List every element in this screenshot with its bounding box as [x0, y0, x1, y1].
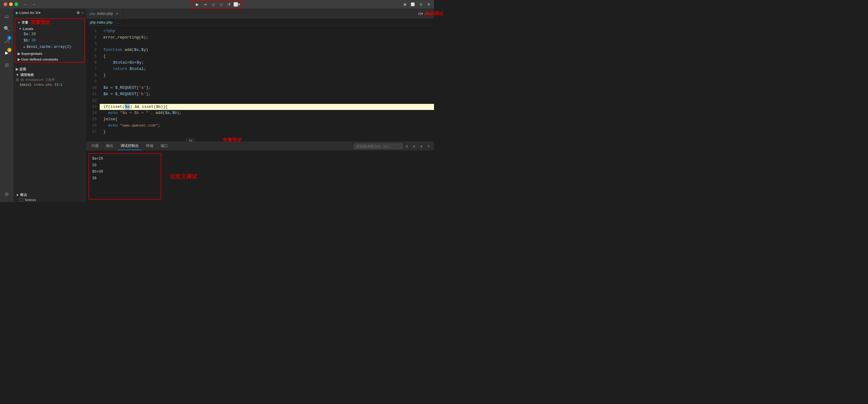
tab-bar: php index.php × ⊟▾ ⤢ ···: [86, 8, 434, 19]
var-b-value: 30: [32, 38, 36, 44]
traffic-lights: [0, 2, 18, 6]
panel-close-icon[interactable]: ×: [426, 143, 432, 149]
superglobals-item[interactable]: ▶ Superglobals: [15, 51, 84, 56]
debug-step-out-button[interactable]: ↑⃝: [218, 1, 224, 7]
debug-toolbar: ▶ ⇒ ↓⃝ ↑⃝ ↺ ⬜▾: [191, 0, 243, 8]
activity-source-control[interactable]: ⎇ 8: [1, 35, 12, 46]
variables-preview-label: 变量预览: [31, 20, 50, 26]
debug-continue-button[interactable]: ▶: [194, 1, 200, 7]
var-a-name: $a:: [24, 32, 30, 37]
panel-tabs: 问题 输出 调试控制台 终端 端口 ≡ ∧ ∨ ×: [86, 142, 434, 151]
callstack-label: 调用堆栈: [20, 73, 34, 77]
layout-button-4[interactable]: ⊞: [426, 2, 432, 7]
activity-settings[interactable]: ⚙: [1, 189, 12, 200]
filter-chevron-up-icon[interactable]: ∧: [411, 143, 417, 149]
line-13: ▶ 13: [86, 104, 97, 110]
activity-run-debug[interactable]: ▶ 1: [1, 47, 12, 58]
callstack-line: 13:1: [54, 83, 62, 87]
maximize-panel-icon[interactable]: ⤢: [424, 11, 427, 16]
split-editor-icon[interactable]: ⊟▾: [418, 11, 423, 16]
code-editor: 1 2 3 4 5 6 7 8 9 10 11 12 ▶ 13 14: [86, 26, 434, 141]
activity-search[interactable]: 🔍: [1, 23, 12, 34]
panel-tab-ports[interactable]: 端口: [158, 142, 171, 150]
panel-tab-problems[interactable]: 问题: [89, 142, 102, 150]
watch-section[interactable]: ▶ 监视: [13, 66, 86, 72]
close-button[interactable]: [4, 2, 7, 6]
titlebar-right-buttons: ▣ ⬜ ⊟ ⊞: [402, 2, 432, 7]
filter-input[interactable]: [354, 143, 402, 149]
minimize-button[interactable]: [9, 2, 13, 6]
panel-tab-output[interactable]: 输出: [103, 142, 116, 150]
run-listen-button[interactable]: ▶ Listen for Xi▾: [16, 11, 41, 15]
breadcrumb-location: ...: [116, 20, 119, 25]
line-12: 12: [86, 98, 97, 104]
callstack-pause-icon: 因: [16, 78, 19, 81]
code-line-10: $a = $_REQUEST['a'];: [100, 85, 434, 91]
run-debug-badge: 1: [7, 48, 11, 52]
callstack-info-text: 因 breakpoint 已暂停: [21, 78, 55, 81]
tab-label: index.php: [97, 11, 113, 16]
chevron-down-icon: ▼: [18, 21, 20, 24]
line-9: 9: [86, 78, 97, 85]
activity-extensions[interactable]: ⊞: [1, 59, 12, 70]
callstack-section: ▼ 调用堆栈 因 因 breakpoint 已暂停 {main} index.p…: [13, 72, 86, 87]
variables-label: 变量: [22, 20, 28, 25]
tab-close-button[interactable]: ×: [115, 11, 119, 16]
var-eval-value: array(2): [54, 44, 71, 50]
code-line-14: echo "$a + $b = " . add($a,$b);: [100, 110, 434, 116]
callstack-file: index.php: [34, 83, 52, 87]
bp-checkbox[interactable]: [20, 198, 23, 202]
callstack-header[interactable]: ▼ 调用堆栈: [13, 72, 86, 78]
more-editor-icon[interactable]: ···: [429, 11, 432, 16]
callstack-item[interactable]: {main} index.php 13:1: [13, 82, 86, 87]
code-line-15: }else{: [100, 116, 434, 123]
debug-step-into-button[interactable]: ↓⃝: [210, 1, 216, 7]
breakpoints-label: 断点: [20, 193, 27, 197]
tab-php[interactable]: php index.php ×: [86, 8, 123, 19]
filter-chevron-down-icon[interactable]: ∨: [418, 143, 424, 149]
activity-explorer[interactable]: 🗂: [1, 11, 12, 22]
line-16: 16: [86, 123, 97, 129]
var-eval-item[interactable]: ▶ $eval_cache: array(2): [18, 44, 84, 50]
line-2: 2: [86, 35, 97, 41]
debug-output-box: $a=20 20 $b=30 30: [89, 153, 161, 200]
back-button[interactable]: ←: [22, 1, 29, 7]
breakpoints-header[interactable]: ▼ 断点: [13, 192, 86, 198]
panel-tab-debug[interactable]: 调试控制台: [118, 142, 142, 150]
debug-step-over-button[interactable]: ⇒: [202, 1, 209, 7]
code-line-1: <?php: [100, 28, 434, 35]
gear-icon[interactable]: ⚙: [77, 11, 80, 15]
user-constants-item[interactable]: ▶ User defined constants: [15, 57, 84, 62]
locals-header[interactable]: ▼ Locals: [18, 26, 84, 31]
variable-tooltip-label: 变量预览: [222, 137, 242, 141]
var-a-value: 20: [32, 32, 36, 37]
callstack-main: {main}: [20, 83, 32, 87]
bottom-panel: 问题 输出 调试控制台 终端 端口 ≡ ∧ ∨ × $a=20 20 $b: [86, 141, 434, 202]
nav-buttons: ← →: [22, 1, 38, 7]
line-14: 14: [86, 110, 97, 116]
code-line-12: [100, 98, 434, 104]
debug-stop-button[interactable]: ⬜▾: [234, 1, 240, 7]
code-line-9: [100, 78, 434, 85]
breadcrumb: php index.php › ...: [86, 19, 434, 26]
var-a-item: $a: 20: [18, 31, 84, 38]
variables-header[interactable]: ▼ 变量 变量预览: [15, 19, 84, 26]
filter-options-icon[interactable]: ≡: [404, 143, 410, 149]
layout-button-2[interactable]: ⬜: [410, 2, 416, 7]
code-line-16: echo "www.qwesec.com";: [100, 123, 434, 129]
search-icon: 🔍: [4, 26, 10, 32]
debug-restart-button[interactable]: ↺: [225, 1, 232, 7]
panel-tab-terminal[interactable]: 终端: [143, 142, 156, 150]
more-icon[interactable]: ···: [81, 11, 84, 15]
line-numbers: 1 2 3 4 5 6 7 8 9 10 11 12 ▶ 13 14: [86, 26, 100, 141]
layout-button-1[interactable]: ▣: [402, 2, 408, 7]
maximize-button[interactable]: [14, 2, 18, 6]
code-line-5: {: [100, 53, 434, 60]
main-container: 🗂 🔍 ⎇ 8 ▶ 1 ⊞ ⚙ ▶ Listen for Xi▾ ⚙: [0, 8, 434, 202]
forward-button[interactable]: →: [30, 1, 38, 7]
run-icon: ▶: [16, 11, 18, 15]
layout-button-3[interactable]: ⊟: [417, 2, 424, 7]
line-5: 5: [86, 53, 97, 60]
callstack-info: 因 因 breakpoint 已暂停: [13, 78, 86, 82]
code-line-7: return $total;: [100, 66, 434, 72]
